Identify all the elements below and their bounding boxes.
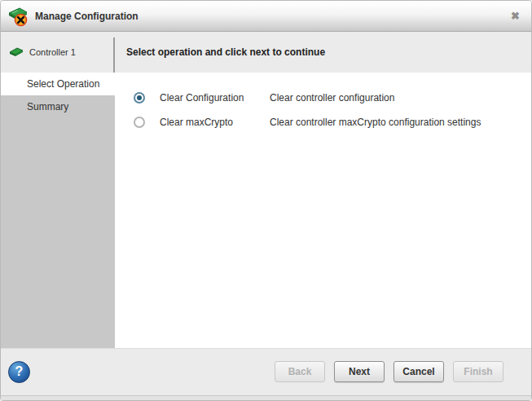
context-label: Controller 1 [29,47,76,57]
operation-label[interactable]: Clear Configuration [160,92,270,104]
cancel-button[interactable]: Cancel [394,361,444,382]
manage-configuration-icon [7,6,29,27]
sidebar-item-summary[interactable]: Summary [1,95,115,118]
operation-description: Clear controller maxCrypto configuration… [270,117,481,128]
back-button: Back [275,361,325,382]
operation-description: Clear controller configuration [270,92,394,104]
next-button[interactable]: Next [334,361,385,382]
close-icon[interactable]: ✖ [509,9,521,23]
radio-clear-configuration[interactable] [134,92,145,104]
radio-clear-maxcrypto[interactable] [134,117,145,128]
titlebar: Manage Configuration ✖ [1,1,531,32]
operation-label[interactable]: Clear maxCrypto [160,117,270,128]
operation-row-clear-maxcrypto: Clear maxCrypto Clear controller maxCryp… [115,110,531,134]
context-header: Controller 1 [1,32,113,73]
dialog-bottom-edge [1,395,531,400]
help-icon[interactable]: ? [8,361,30,383]
wizard-step-sidebar: Select Operation Summary [1,73,115,348]
sidebar-item-select-operation[interactable]: Select Operation [1,73,115,95]
footer-bar: ? Back Next Cancel Finish [1,348,531,400]
controller-card-icon [9,47,24,58]
header-band: Controller 1 Select operation and click … [1,32,531,73]
operation-row-clear-configuration: Clear Configuration Clear controller con… [115,86,531,110]
finish-button: Finish [453,361,503,382]
dialog-title: Manage Configuration [35,11,138,22]
operation-panel: Clear Configuration Clear controller con… [115,73,531,348]
manage-configuration-dialog: Manage Configuration ✖ Controller 1 Sele… [0,0,532,401]
wizard-buttons: Back Next Cancel Finish [275,361,503,382]
instruction-text: Select operation and click next to conti… [115,32,531,73]
dialog-body: Select Operation Summary Clear Configura… [1,73,531,348]
